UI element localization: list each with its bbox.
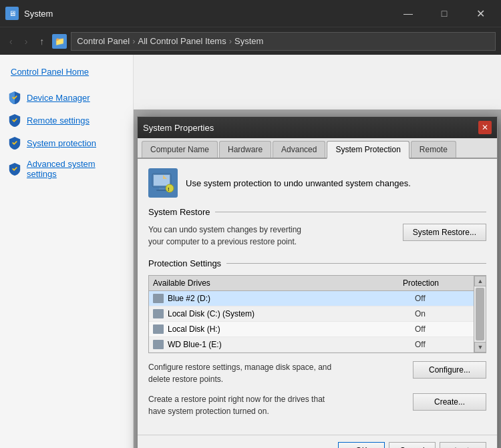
- table-row[interactable]: WD Blue-1 (E:) Off: [149, 337, 486, 353]
- sidebar-item-system-protection-label: System protection: [27, 138, 96, 148]
- path-all-items[interactable]: All Control Panel Items: [138, 36, 226, 46]
- svg-rect-2: [159, 188, 164, 190]
- sidebar-item-advanced-label: Advanced system settings: [27, 159, 125, 179]
- tab-hardware[interactable]: Hardware: [219, 141, 271, 158]
- path-separator-1: ›: [132, 36, 135, 46]
- drive-cell-1: Blue #2 (D:): [153, 294, 415, 303]
- drive-name-3: Local Disk (H:): [168, 324, 220, 334]
- drives-table: Available Drives Protection Blue #2 (D:)…: [148, 275, 486, 353]
- back-button[interactable]: ‹: [5, 33, 17, 49]
- system-restore-area: You can undo system changes by reverting…: [148, 224, 486, 248]
- drive-name-1: Blue #2 (D:): [168, 294, 210, 303]
- table-header: Available Drives Protection: [149, 276, 486, 291]
- sidebar-item-device-manager[interactable]: Device Manager: [0, 86, 133, 109]
- minimize-button[interactable]: —: [393, 0, 424, 27]
- shield-icon-remote: [8, 114, 21, 127]
- drive-cell-2: Local Disk (C:) (System): [153, 309, 415, 318]
- drive-status-2: On: [415, 309, 482, 318]
- create-action-row: Create a restore point right now for the…: [148, 393, 486, 417]
- drive-icon-2: [153, 309, 164, 318]
- path-separator-2: ›: [229, 36, 232, 46]
- dialog-overlay: System Properties ✕ Computer Name Hardwa…: [134, 109, 501, 448]
- table-scrollbar[interactable]: ▲ ▼: [474, 276, 486, 353]
- configure-action-row: Configure restore settings, manage disk …: [148, 361, 486, 385]
- window-titlebar: 🖥 System — □ ✕: [0, 0, 501, 27]
- sidebar-home[interactable]: Control Panel Home: [0, 63, 133, 81]
- drive-name-2: Local Disk (C:) (System): [168, 309, 255, 318]
- scroll-thumb[interactable]: [476, 288, 484, 341]
- tab-remote[interactable]: Remote: [411, 141, 456, 158]
- dialog-footer: OK Cancel Apply: [138, 435, 497, 448]
- path-control-panel[interactable]: Control Panel: [77, 36, 130, 46]
- dialog-content: ! Use system protection to undo unwanted…: [138, 159, 497, 435]
- info-text: Use system protection to undo unwanted s…: [186, 178, 411, 188]
- configure-description: Configure restore settings, manage disk …: [148, 361, 331, 385]
- system-restore-title: System Restore: [148, 207, 210, 217]
- system-restore-description: You can undo system changes by reverting…: [148, 224, 301, 248]
- main-area: Control Panel Home Device Manager: [0, 55, 501, 448]
- svg-point-4: [166, 184, 174, 192]
- content-area: System Properties ✕ Computer Name Hardwa…: [134, 55, 501, 448]
- sidebar-item-remote-label: Remote settings: [27, 116, 90, 126]
- dialog-title: System Properties: [143, 123, 473, 133]
- drive-cell-3: Local Disk (H:): [153, 324, 415, 334]
- tab-advanced[interactable]: Advanced: [273, 141, 325, 158]
- window-tab-icon: 🖥: [5, 7, 19, 20]
- system-restore-section-header: System Restore: [148, 207, 486, 217]
- tab-system-protection[interactable]: System Protection: [327, 141, 409, 159]
- drive-icon-4: [153, 340, 164, 349]
- drive-cell-4: WD Blue-1 (E:): [153, 340, 415, 349]
- sidebar-item-advanced-settings[interactable]: Advanced system settings: [0, 154, 133, 184]
- drive-icon-3: [153, 324, 164, 334]
- computer-icon: !: [148, 168, 178, 198]
- shield-icon-system-prot: [8, 136, 21, 150]
- protection-settings-section-header: Protection Settings: [148, 258, 486, 268]
- sidebar-item-remote-settings[interactable]: Remote settings: [0, 109, 133, 132]
- cancel-button[interactable]: Cancel: [389, 442, 436, 448]
- system-properties-dialog: System Properties ✕ Computer Name Hardwa…: [137, 116, 498, 448]
- dialog-titlebar: System Properties ✕: [138, 117, 497, 138]
- close-button[interactable]: ✕: [465, 0, 496, 27]
- folder-icon: 📁: [52, 34, 67, 49]
- ok-button[interactable]: OK: [338, 442, 385, 448]
- address-path[interactable]: Control Panel › All Control Panel Items …: [71, 32, 496, 51]
- drive-status-4: Off: [415, 340, 482, 349]
- apply-button[interactable]: Apply: [440, 442, 486, 448]
- section-divider-1: [215, 212, 486, 212]
- drive-icon-1: [153, 294, 164, 303]
- drive-status-1: Off: [415, 294, 482, 303]
- sidebar-item-device-manager-label: Device Manager: [27, 93, 90, 103]
- table-row[interactable]: Blue #2 (D:) Off: [149, 291, 486, 306]
- tab-computer-name[interactable]: Computer Name: [142, 141, 218, 158]
- sidebar: Control Panel Home Device Manager: [0, 55, 134, 448]
- table-row[interactable]: Local Disk (H:) Off: [149, 322, 486, 337]
- maximize-button[interactable]: □: [429, 0, 460, 27]
- svg-rect-3: [156, 190, 167, 191]
- scroll-up-arrow[interactable]: ▲: [474, 276, 486, 286]
- tab-bar: Computer Name Hardware Advanced System P…: [138, 138, 497, 159]
- info-row: ! Use system protection to undo unwanted…: [148, 168, 486, 198]
- dialog-close-button[interactable]: ✕: [478, 121, 492, 134]
- path-system[interactable]: System: [234, 36, 263, 46]
- forward-button[interactable]: ›: [21, 33, 32, 49]
- scroll-down-arrow[interactable]: ▼: [474, 342, 486, 353]
- shield-icon-device-manager: [8, 91, 21, 104]
- shield-icon-advanced: [8, 162, 21, 176]
- drive-status-3: Off: [415, 324, 482, 334]
- table-row[interactable]: Local Disk (C:) (System) On: [149, 306, 486, 322]
- window-title: System: [24, 9, 387, 19]
- col-protection-header: Protection: [403, 278, 470, 288]
- configure-button[interactable]: Configure...: [413, 361, 486, 379]
- create-button[interactable]: Create...: [413, 393, 486, 411]
- drive-name-4: WD Blue-1 (E:): [168, 340, 222, 349]
- system-restore-button[interactable]: System Restore...: [403, 224, 486, 241]
- create-description: Create a restore point right now for the…: [148, 393, 325, 417]
- protection-settings-title: Protection Settings: [148, 258, 221, 268]
- svg-text:!: !: [168, 186, 170, 192]
- up-button[interactable]: ↑: [35, 33, 48, 49]
- section-divider-2: [226, 263, 486, 264]
- col-drives-header: Available Drives: [153, 278, 403, 288]
- svg-rect-1: [154, 175, 170, 186]
- address-bar: ‹ › ↑ 📁 Control Panel › All Control Pane…: [0, 27, 501, 55]
- sidebar-item-system-protection[interactable]: System protection: [0, 132, 133, 154]
